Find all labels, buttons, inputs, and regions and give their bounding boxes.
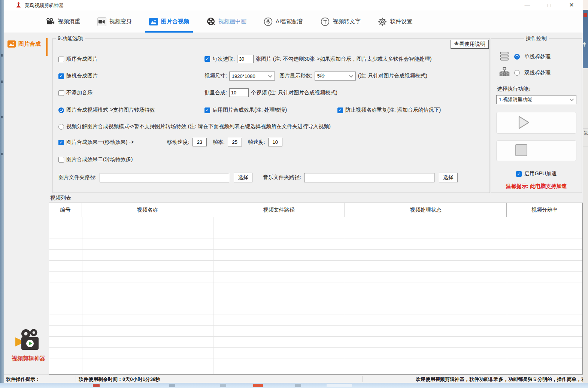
microphone-icon — [264, 17, 273, 26]
batch-note: 个视频 (注: 只针对图片合成视频模式) — [251, 90, 337, 96]
checkbox-enable-effect[interactable] — [204, 107, 210, 113]
status-prefix: 软件操作提示： — [6, 376, 40, 383]
status-separator — [76, 376, 76, 382]
titlebar: 菜鸟视频剪辑神器 — □ ✕ — [4, 0, 583, 10]
checkbox-effect-two[interactable] — [58, 157, 64, 163]
checkbox-effect-one[interactable] — [58, 140, 64, 145]
img-seconds-note: (注: 只针对图片合成视频模式) — [358, 73, 427, 79]
tab-video-pip[interactable]: 视频画中画 — [206, 10, 246, 33]
radio-image-mode[interactable] — [58, 107, 64, 113]
background-window-blue-fragment: 件 — [583, 10, 588, 68]
edge-fragment-char: 件 — [583, 41, 586, 48]
film-reel-icon — [206, 17, 215, 26]
taskbar-icon-fragment — [93, 384, 100, 387]
video-size-value: 1920*1080 — [232, 73, 255, 79]
tab-label: AI智能配音 — [276, 18, 303, 25]
sidebar-item-label: 图片合成 — [18, 40, 41, 48]
tab-video-transform[interactable]: 视频变身 — [97, 10, 132, 33]
effect-two-label: 图片合成效果二(转场特效多) — [66, 156, 133, 163]
camcorder-icon — [97, 17, 106, 26]
video-list-header: 编号 视频名称 视频文件路径 视频处理状态 视频分辨率 — [49, 203, 582, 217]
column-header-name[interactable]: 视频名称 — [82, 203, 213, 217]
close-button[interactable]: ✕ — [563, 0, 580, 10]
video-list-body[interactable] — [49, 217, 582, 374]
tab-settings[interactable]: 软件设置 — [378, 10, 412, 33]
radio-video-decompose-mode[interactable] — [58, 124, 64, 130]
start-button[interactable] — [496, 112, 576, 134]
music-folder-input[interactable] — [304, 173, 434, 182]
frame-speed-input[interactable] — [268, 138, 282, 146]
each-pick-input[interactable] — [237, 55, 254, 63]
image-folder-input[interactable] — [100, 173, 229, 182]
options-group-title: 9.功能选项 — [56, 35, 85, 42]
each-pick-label: 每次选取: — [212, 56, 235, 63]
move-speed-input[interactable] — [193, 138, 207, 146]
radio-single-thread[interactable] — [514, 54, 520, 60]
function-select[interactable]: 1.视频消重功能 — [496, 95, 576, 104]
sequential-compose-label: 顺序合成图片 — [66, 56, 98, 63]
background-window-titlebar-fragment — [583, 0, 588, 10]
video-list-table[interactable]: 编号 视频名称 视频文件路径 视频处理状态 视频分辨率 — [49, 203, 583, 375]
checkbox-no-music[interactable] — [58, 90, 64, 96]
checkbox-prevent-duplicate[interactable] — [337, 107, 343, 113]
tab-label: 视频转文字 — [333, 18, 361, 25]
column-divider — [82, 217, 82, 374]
taskbar-icon-fragment — [327, 384, 352, 387]
control-group-title: 操作控制 — [524, 35, 549, 42]
batch-input[interactable] — [229, 88, 249, 97]
maximize-button[interactable]: □ — [540, 0, 558, 10]
frame-rate-label: 帧率: — [213, 139, 225, 146]
tab-video-to-text[interactable]: 视频转文字 — [321, 10, 361, 33]
tab-image-to-video[interactable]: 图片合视频 — [149, 10, 189, 33]
frame-rate-input[interactable] — [228, 138, 242, 146]
no-music-label: 不添加音乐 — [66, 90, 93, 96]
desktop-icon-fragment — [1, 116, 3, 118]
column-divider — [213, 217, 213, 374]
tab-video-dedup[interactable]: 视频消重 — [46, 10, 80, 33]
app-logo-icon — [16, 2, 21, 9]
main-tabbar: 视频消重 视频变身 图片合视频 — [4, 10, 583, 33]
taskbar-icon-fragment — [253, 384, 263, 387]
checkbox-random-compose[interactable] — [58, 73, 64, 79]
view-instructions-button[interactable]: 查看使用说明 — [451, 40, 489, 49]
edge-line — [583, 146, 588, 146]
dual-thread-icon — [499, 67, 510, 79]
music-folder-select-button[interactable]: 选择 — [439, 173, 458, 182]
image-mode-label: 图片合成视频模式->支持图片转场特效 — [66, 107, 155, 113]
column-header-resolution[interactable]: 视频分辨率 — [507, 203, 582, 217]
checkbox-sequential-compose[interactable] — [58, 57, 64, 62]
prevent-duplicate-label: 防止视频名称重复(注: 添加音乐的情况下) — [345, 107, 441, 113]
sidebar-active-indicator — [46, 38, 48, 56]
stop-button[interactable] — [496, 140, 576, 161]
status-separator — [363, 376, 363, 382]
single-thread-label: 单线程处理 — [524, 54, 551, 60]
checkbox-gpu[interactable] — [516, 171, 522, 177]
gpu-label: 启用GPU加速 — [524, 170, 557, 177]
img-seconds-value: 5秒 — [317, 73, 325, 79]
gpu-support-note: 温馨提示: 此电脑支持加速 — [491, 183, 582, 190]
move-speed-label: 移动速度: — [167, 139, 190, 146]
video-size-select[interactable]: 1920*1080 — [229, 72, 275, 81]
column-divider — [507, 217, 507, 374]
dual-thread-label: 双线程处理 — [524, 70, 551, 76]
img-seconds-select[interactable]: 5秒 — [315, 72, 356, 81]
image-compose-icon — [7, 40, 16, 48]
radio-dual-thread[interactable] — [514, 70, 520, 76]
play-icon — [515, 114, 532, 132]
image-folder-select-button[interactable]: 选择 — [234, 173, 252, 182]
app-window: 菜鸟视频剪辑神器 — □ ✕ 视频消重 视 — [4, 0, 583, 383]
chevron-down-icon — [268, 73, 272, 78]
checkbox-each-pick[interactable] — [204, 56, 210, 62]
frame-speed-label: 帧速度: — [248, 139, 265, 146]
app-logo — [13, 328, 43, 354]
sidebar-item-image-compose[interactable]: 图片合成 — [7, 40, 41, 48]
column-header-status[interactable]: 视频处理状态 — [345, 203, 507, 217]
column-header-number[interactable]: 编号 — [49, 203, 82, 217]
control-groupbox: 操作控制 单线程处理 — [491, 38, 582, 193]
tab-ai-dubbing[interactable]: AI智能配音 — [264, 10, 303, 33]
single-thread-icon — [499, 51, 510, 62]
minimize-button[interactable]: — — [519, 0, 536, 10]
tab-label: 视频变身 — [109, 18, 132, 25]
tab-label: 软件设置 — [390, 18, 412, 25]
column-header-path[interactable]: 视频文件路径 — [213, 203, 345, 217]
